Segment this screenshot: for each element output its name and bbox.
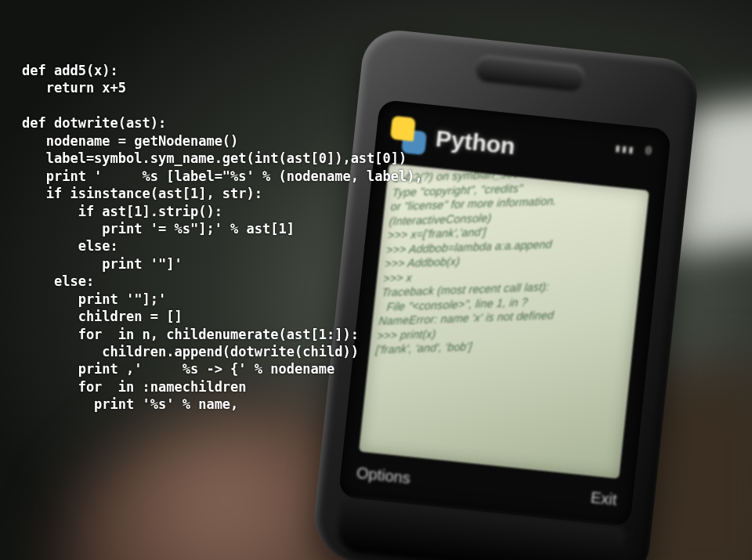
- signal-icon: ▮▮▮: [614, 142, 635, 157]
- softkey-exit[interactable]: Exit: [590, 488, 618, 508]
- softkey-options[interactable]: Options: [356, 464, 411, 487]
- status-zero: 0: [645, 145, 653, 159]
- code-overlay: def add5(x): return x+5 def dotwrite(ast…: [22, 62, 423, 414]
- photo-scene: Python ▮▮▮ 0 1.4.2(?) on symbian_s60 Typ…: [0, 0, 752, 560]
- app-title: Python: [435, 125, 517, 160]
